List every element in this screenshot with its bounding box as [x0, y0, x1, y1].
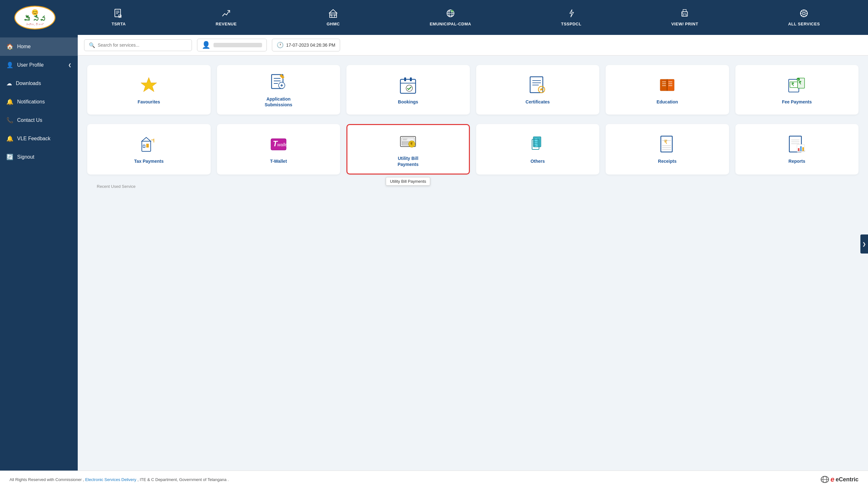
downloads-icon: ☁: [6, 80, 12, 87]
sidebar-item-vlefeedback[interactable]: 🔔 VLE Feedback: [0, 129, 78, 148]
ecentric-e: e: [831, 475, 834, 484]
application-submissions-label: ApplicationSubmissions: [265, 96, 292, 108]
sidebar-vlefeedback-label: VLE Feedback: [17, 136, 71, 142]
reports-label: Reports: [788, 158, 805, 164]
recent-section: Recent Used Service: [87, 184, 859, 198]
service-card-fee-payments[interactable]: ₹ ₹ $ Fee Payments: [735, 65, 859, 115]
svg-marker-70: [142, 138, 151, 141]
logo-main-text: మీ సేవ: [24, 16, 46, 23]
nav-revenue[interactable]: REVENUE: [211, 5, 241, 30]
service-card-twallet[interactable]: T wallet T-Wallet: [217, 124, 340, 174]
favourites-label: Favourites: [138, 99, 160, 105]
twallet-label: T-Wallet: [270, 158, 287, 164]
service-card-education[interactable]: Education: [606, 65, 729, 115]
footer-right: , ITE & C Department, Government of Tela…: [137, 477, 229, 482]
right-panel-toggle[interactable]: ❯: [860, 235, 868, 253]
svg-marker-7: [329, 9, 337, 13]
svg-text:₹: ₹: [664, 139, 668, 145]
tsspdcl-icon: [567, 8, 576, 20]
nav-tsspdcl[interactable]: TSSPDCL: [556, 5, 586, 30]
service-card-certificates[interactable]: Certificates: [476, 65, 599, 115]
nav-tsrta[interactable]: TSRTA: [107, 5, 131, 30]
svg-marker-18: [570, 9, 574, 17]
bookings-icon: [398, 75, 418, 95]
search-wrapper[interactable]: 🔍: [84, 39, 192, 51]
viewprint-label: VIEW/ PRINT: [671, 22, 698, 26]
svg-rect-9: [330, 14, 332, 16]
sidebar-item-notifications[interactable]: 🔔 Notifications: [0, 93, 78, 111]
service-card-receipts[interactable]: ₹ Receipts: [606, 124, 729, 174]
service-card-utility-bill-payments[interactable]: ₹ Utility BillPayments Utility Bill Paym…: [346, 124, 470, 174]
tax-payments-icon: [138, 134, 159, 155]
ghmc-label: GHMC: [327, 22, 340, 26]
emunicipal-label: EMUNICIPAL-CDMA: [430, 22, 471, 26]
footer-link[interactable]: Electronic Services Delivery: [85, 477, 136, 482]
application-submissions-icon: [269, 72, 289, 92]
sidebar-notifications-label: Notifications: [17, 99, 71, 105]
sidebar-contactus-label: Contact Us: [17, 117, 71, 123]
logo-area: 😊 మీ సేవ సంచారం, వేగంగా: [3, 6, 67, 30]
bookings-label: Bookings: [398, 99, 418, 105]
sidebar-item-downloads[interactable]: ☁ Downloads: [0, 74, 78, 93]
svg-rect-54: [660, 79, 667, 91]
nav-allservices[interactable]: ALL SERVICES: [783, 5, 825, 30]
services-grid-row1: Favourites ApplicationS: [87, 65, 859, 115]
svg-rect-6: [330, 13, 337, 18]
service-card-favourites[interactable]: Favourites: [87, 65, 211, 115]
reports-icon: [787, 134, 807, 155]
service-card-tax-payments[interactable]: Tax Payments: [87, 124, 211, 174]
svg-rect-106: [802, 147, 804, 151]
nav-items: TSRTA REVENUE GHMC: [67, 0, 865, 35]
tax-payments-label: Tax Payments: [134, 158, 164, 164]
svg-line-29: [802, 11, 803, 12]
service-card-reports[interactable]: Reports: [735, 124, 859, 174]
clock-icon: 🕐: [277, 41, 284, 49]
svg-marker-33: [141, 78, 157, 92]
ecentric-logo: e eCentric: [820, 475, 859, 484]
sidebar-item-signout[interactable]: 🔄 Signout: [0, 148, 78, 166]
allservices-icon: [799, 8, 809, 20]
nav-emunicipal[interactable]: ▶ EMUNICIPAL-CDMA: [425, 5, 476, 30]
svg-rect-104: [798, 148, 800, 151]
svg-rect-72: [143, 145, 145, 148]
ghmc-icon: [328, 8, 338, 20]
sidebar-item-contactus[interactable]: 📞 Contact Us: [0, 111, 78, 129]
svg-rect-10: [335, 14, 336, 16]
certificates-label: Certificates: [526, 99, 550, 105]
certificates-icon: [528, 75, 548, 95]
nav-viewprint[interactable]: VIEW/ PRINT: [666, 5, 703, 30]
datetime-text: 17-07-2023 04:26:36 PM: [286, 42, 335, 48]
sidebar-downloads-label: Downloads: [16, 81, 71, 86]
svg-rect-45: [410, 78, 412, 81]
service-card-bookings[interactable]: Bookings: [346, 65, 470, 115]
logo-sub-text: సంచారం, వేగంగా: [26, 23, 44, 26]
svg-point-22: [682, 13, 683, 13]
sidebar-item-home[interactable]: 🏠 Home: [0, 37, 78, 56]
others-label: Others: [530, 158, 545, 164]
nav-ghmc[interactable]: GHMC: [322, 5, 344, 30]
svg-rect-0: [115, 9, 121, 17]
footer: All Rights Reserved with Commissioner , …: [0, 470, 868, 488]
svg-text:₹: ₹: [410, 142, 413, 146]
service-card-application-submissions[interactable]: ApplicationSubmissions: [217, 65, 340, 115]
favourites-icon: [138, 75, 159, 95]
service-card-others[interactable]: Others: [476, 124, 599, 174]
tsspdcl-label: TSSPDCL: [561, 22, 581, 26]
contactus-icon: 📞: [6, 117, 13, 124]
search-input[interactable]: [98, 42, 187, 48]
content-area: 🔍 👤 🕐 17-07-2023 04:26:36 PM: [78, 35, 868, 470]
fee-payments-icon: ₹ ₹ $: [787, 75, 807, 95]
notifications-icon: 🔔: [6, 98, 13, 105]
svg-line-31: [806, 11, 806, 12]
svg-rect-71: [146, 144, 149, 148]
recent-label: Recent Used Service: [97, 184, 849, 189]
vlefeedback-icon: 🔔: [6, 135, 13, 142]
svg-rect-21: [683, 14, 686, 16]
svg-text:▶: ▶: [452, 10, 453, 12]
main-layout: 🏠 Home 👤 User Profile ❮ ☁ Downloads 🔔 No…: [0, 35, 868, 470]
fee-payments-label: Fee Payments: [782, 99, 812, 105]
svg-text:₹: ₹: [799, 80, 801, 85]
education-icon: [657, 75, 677, 95]
sidebar-item-userprofile[interactable]: 👤 User Profile ❮: [0, 56, 78, 74]
logo[interactable]: 😊 మీ సేవ సంచారం, వేగంగా: [14, 6, 56, 30]
